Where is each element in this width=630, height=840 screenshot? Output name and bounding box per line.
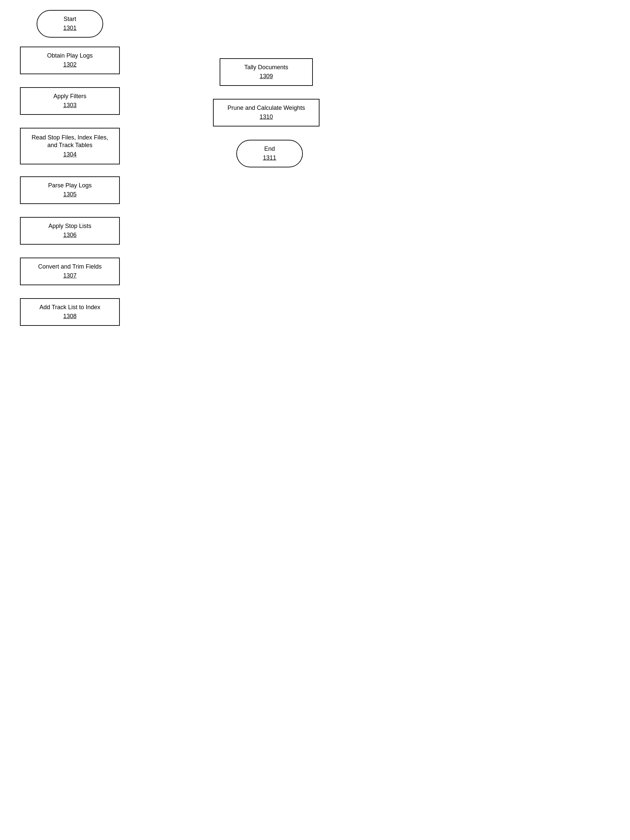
node-1308: Add Track List to Index 1308 [20,298,120,326]
node-1306: Apply Stop Lists 1306 [20,217,120,245]
node-1307: Convert and Trim Fields 1307 [20,257,120,285]
end-node: End 1311 [236,140,303,167]
start-node: Start 1301 [36,10,103,38]
node-1305: Parse Play Logs 1305 [20,176,120,204]
node-1310: Prune and Calculate Weights 1310 [213,99,319,126]
flowchart-diagram: Start 1301 Obtain Play Logs 1302 Apply F… [0,0,319,13]
node-1303: Apply Filters 1303 [20,87,120,115]
node-1304: Read Stop Files, Index Files,and Track T… [20,128,120,164]
node-1302: Obtain Play Logs 1302 [20,47,120,74]
node-1309: Tally Documents 1309 [219,58,313,86]
